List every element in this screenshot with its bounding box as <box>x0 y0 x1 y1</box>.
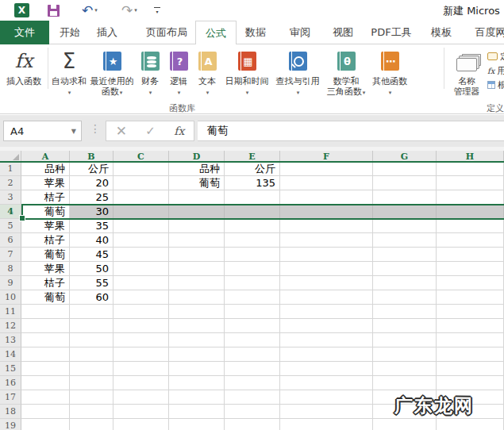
cell-E3[interactable] <box>225 190 280 205</box>
cell-D14[interactable] <box>169 347 225 362</box>
define-name-button[interactable]: 定 <box>487 49 504 63</box>
tab-页面布局[interactable]: 页面布局 <box>137 21 197 44</box>
cell-G4[interactable] <box>373 205 437 219</box>
cell-B9[interactable]: 55 <box>70 276 113 290</box>
cell-D7[interactable] <box>169 248 225 262</box>
cell-C6[interactable] <box>113 233 169 248</box>
row-header-2[interactable]: 2 <box>0 176 21 190</box>
cell-G6[interactable] <box>373 233 437 248</box>
cell-F6[interactable] <box>280 233 373 248</box>
cell-B8[interactable]: 50 <box>70 262 113 276</box>
undo-dropdown-icon[interactable]: ▾ <box>94 7 98 13</box>
cell-F16[interactable] <box>280 376 373 390</box>
date-time-dropdown-icon[interactable]: ▾ <box>246 90 249 96</box>
cell-B17[interactable] <box>70 390 113 405</box>
row-header-19[interactable]: 19 <box>0 419 21 430</box>
cell-G3[interactable] <box>373 190 437 205</box>
select-all-corner[interactable] <box>0 151 21 162</box>
cell-H11[interactable] <box>437 305 504 319</box>
cell-D19[interactable] <box>169 419 225 430</box>
cell-G19[interactable] <box>373 419 437 430</box>
cell-B18[interactable] <box>70 405 113 419</box>
cell-H13[interactable] <box>437 333 504 347</box>
cell-H8[interactable] <box>437 262 504 276</box>
cell-H7[interactable] <box>437 248 504 262</box>
name-box-dropdown-icon[interactable]: ▼ <box>71 128 76 135</box>
cell-F13[interactable] <box>280 333 373 347</box>
cell-G2[interactable] <box>373 176 437 190</box>
cell-H14[interactable] <box>437 347 504 362</box>
cell-H3[interactable] <box>437 190 504 205</box>
column-header-E[interactable]: E <box>225 151 280 162</box>
cell-A19[interactable] <box>21 419 70 430</box>
cell-C15[interactable] <box>113 362 169 376</box>
cell-D11[interactable] <box>169 305 225 319</box>
tab-百度网[interactable]: 百度网 <box>466 21 504 44</box>
cell-F1[interactable] <box>280 162 373 176</box>
save-button[interactable] <box>48 2 60 18</box>
cell-H6[interactable] <box>437 233 504 248</box>
cell-F19[interactable] <box>280 419 373 430</box>
cell-D15[interactable] <box>169 362 225 376</box>
customize-qat-button[interactable]: ▾ <box>154 2 160 18</box>
tab-审阅[interactable]: 审阅 <box>280 21 320 44</box>
cell-G8[interactable] <box>373 262 437 276</box>
cell-F3[interactable] <box>280 190 373 205</box>
cell-A9[interactable]: 桔子 <box>21 276 70 290</box>
cell-F17[interactable] <box>280 390 373 405</box>
tab-PDF工具[interactable]: PDF工具 <box>361 21 421 44</box>
cell-H4[interactable] <box>437 205 504 219</box>
tab-数据[interactable]: 数据 <box>236 21 275 44</box>
cell-F14[interactable] <box>280 347 373 362</box>
cell-D5[interactable] <box>169 219 225 233</box>
row-header-13[interactable]: 13 <box>0 333 21 347</box>
cell-E16[interactable] <box>225 376 280 390</box>
cell-E5[interactable] <box>225 219 280 233</box>
cell-D1[interactable]: 品种 <box>169 162 225 176</box>
cell-A2[interactable]: 苹果 <box>21 176 70 190</box>
cell-C5[interactable] <box>113 219 169 233</box>
cell-B3[interactable]: 25 <box>70 190 113 205</box>
cell-D13[interactable] <box>169 333 225 347</box>
date-time-button[interactable]: ▦日期和时间▾ <box>221 46 272 98</box>
tab-公式[interactable]: 公式 <box>195 21 237 44</box>
row-header-15[interactable]: 15 <box>0 362 21 376</box>
cell-A6[interactable]: 桔子 <box>21 233 70 248</box>
cell-C8[interactable] <box>113 262 169 276</box>
enter-icon[interactable]: ✓ <box>145 124 156 138</box>
undo-button[interactable]: ↶▾ <box>82 2 98 18</box>
cell-E4[interactable] <box>225 205 280 219</box>
cell-H16[interactable] <box>437 376 504 390</box>
cell-B14[interactable] <box>70 347 113 362</box>
cell-H2[interactable] <box>437 176 504 190</box>
cell-E14[interactable] <box>225 347 280 362</box>
math-trig-button[interactable]: θ数学和三角函数▾ <box>323 46 369 98</box>
text-dropdown-icon[interactable]: ▾ <box>206 90 210 96</box>
row-header-7[interactable]: 7 <box>0 248 21 262</box>
cell-D6[interactable] <box>169 233 225 248</box>
cell-D16[interactable] <box>169 376 225 390</box>
cell-B6[interactable]: 40 <box>70 233 113 248</box>
cell-A18[interactable] <box>21 405 70 419</box>
cell-D9[interactable] <box>169 276 225 290</box>
cell-E6[interactable] <box>225 233 280 248</box>
cell-G7[interactable] <box>373 248 437 262</box>
cell-A1[interactable]: 品种 <box>21 162 70 176</box>
row-header-6[interactable]: 6 <box>0 233 21 248</box>
financial-dropdown-icon[interactable]: ▾ <box>149 90 152 96</box>
cell-B13[interactable] <box>70 333 113 347</box>
row-header-5[interactable]: 5 <box>0 219 21 233</box>
redo-dropdown-icon[interactable]: ▾ <box>134 7 137 13</box>
cell-E17[interactable] <box>225 390 280 405</box>
cell-E10[interactable] <box>225 290 280 305</box>
cell-G1[interactable] <box>373 162 437 176</box>
cell-G10[interactable] <box>373 290 437 305</box>
cell-H9[interactable] <box>437 276 504 290</box>
cell-H5[interactable] <box>437 219 504 233</box>
cell-F2[interactable] <box>280 176 373 190</box>
more-functions-button[interactable]: ⋯其他函数▾ <box>369 46 410 98</box>
cell-F11[interactable] <box>280 305 373 319</box>
cell-A17[interactable] <box>21 390 70 405</box>
cell-E8[interactable] <box>225 262 280 276</box>
cell-E19[interactable] <box>225 419 280 430</box>
